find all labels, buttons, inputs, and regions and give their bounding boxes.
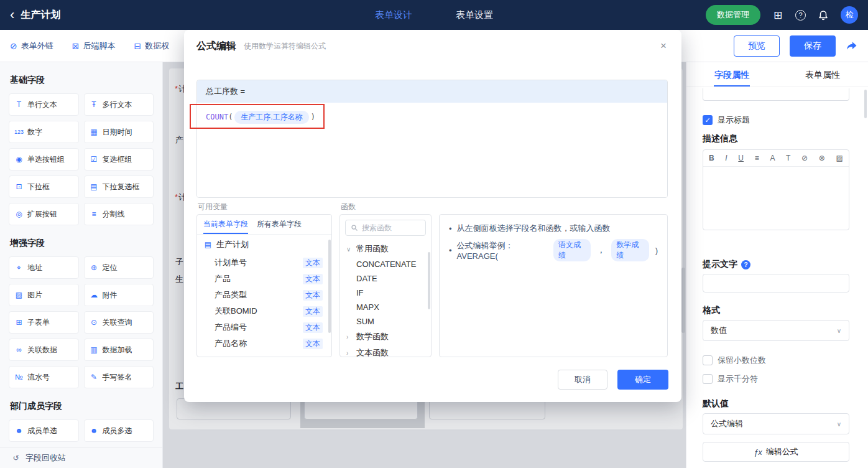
- functions-scrollbar[interactable]: [428, 252, 430, 309]
- function-group-text[interactable]: › 文本函数: [340, 345, 431, 357]
- underline-icon[interactable]: U: [738, 154, 744, 162]
- properties-tabs: 字段属性 表单属性: [686, 62, 868, 87]
- fx-icon: ƒx: [754, 447, 762, 457]
- canvas-scrollbar[interactable]: [681, 268, 685, 333]
- cancel-button[interactable]: 取消: [558, 370, 607, 390]
- italic-icon[interactable]: I: [725, 154, 727, 162]
- bold-icon[interactable]: B: [709, 154, 714, 162]
- variables-tabs: 当前表单字段 所有表单字段: [197, 215, 331, 235]
- tab-all-form-fields[interactable]: 所有表单字段: [257, 215, 302, 234]
- function-group-math[interactable]: › 数学函数: [340, 329, 431, 345]
- function-item[interactable]: DATE: [340, 271, 431, 286]
- formula-editor: 总工序数 = COUNT(生产工序.工序名称): [196, 80, 668, 198]
- description-editor[interactable]: B I U ≡ A T ⊘ ⊗ ▨: [703, 149, 849, 230]
- function-item[interactable]: SUM: [340, 314, 431, 329]
- field-item-attachment[interactable]: ☁附件: [84, 284, 154, 306]
- data-manage-button[interactable]: 数据管理: [706, 5, 760, 25]
- properties-scrollbar[interactable]: [864, 90, 867, 118]
- field-item-related-query[interactable]: ⊙关联查询: [84, 311, 154, 334]
- font-size-icon[interactable]: T: [786, 154, 790, 162]
- field-item-member-multi[interactable]: ☻成员多选: [84, 419, 154, 442]
- align-icon[interactable]: ≡: [755, 154, 759, 162]
- field-item-image[interactable]: ▨图片: [9, 284, 79, 306]
- richtext-toolbar: B I U ≡ A T ⊘ ⊗ ▨: [703, 150, 849, 167]
- field-item-extend-button[interactable]: ◎扩展按钮: [9, 203, 79, 225]
- field-item-radio-group[interactable]: ◉单选按钮组: [9, 148, 79, 171]
- help-icon[interactable]: ?: [795, 10, 806, 21]
- topbar: ‹ 生产计划 表单设计 表单设置 数据管理 ⊞ ? 检: [0, 0, 868, 30]
- external-link-icon: ⊘: [10, 41, 17, 51]
- checked-checkbox-icon[interactable]: ✓: [703, 115, 713, 125]
- variables-scrollbar[interactable]: [328, 240, 331, 333]
- field-item-checkbox-group[interactable]: ☑复选框组: [84, 148, 154, 171]
- decimal-places-option[interactable]: 保留小数位数: [703, 355, 849, 366]
- variable-row[interactable]: 产品文本: [197, 271, 331, 287]
- tab-form-properties[interactable]: 表单属性: [777, 62, 868, 87]
- unchecked-checkbox-icon[interactable]: [703, 355, 713, 365]
- save-button[interactable]: 保存: [790, 35, 836, 57]
- close-icon[interactable]: ×: [660, 40, 667, 52]
- field-item-multi-select[interactable]: ▤下拉复选框: [84, 176, 154, 198]
- bell-icon[interactable]: [817, 9, 829, 21]
- field-item-address[interactable]: ⌖地址: [9, 256, 79, 279]
- format-select[interactable]: 数值 ∨: [703, 320, 849, 341]
- tab-form-settings[interactable]: 表单设置: [456, 9, 493, 21]
- back-icon[interactable]: ‹: [10, 8, 14, 22]
- show-title-label: 显示标题: [718, 115, 750, 126]
- hint-text-input[interactable]: [703, 274, 849, 292]
- field-item-divider[interactable]: ≡分割线: [84, 203, 154, 225]
- help-tip-text: 从左侧面板选择字段名和函数，或输入函数: [457, 223, 611, 234]
- variable-row[interactable]: 产品名称文本: [197, 335, 331, 352]
- field-item-signature[interactable]: ✎手写签名: [84, 366, 154, 388]
- variable-row[interactable]: 关联BOMID文本: [197, 303, 331, 319]
- thousand-separator-option[interactable]: 显示千分符: [703, 373, 849, 385]
- apps-icon[interactable]: ⊞: [772, 9, 784, 21]
- preview-button[interactable]: 预览: [734, 35, 780, 57]
- field-item-number[interactable]: 123数字: [9, 121, 79, 143]
- variables-label: 可用变量: [198, 202, 228, 212]
- share-icon[interactable]: [846, 40, 858, 52]
- variable-row[interactable]: 计划单号文本: [197, 255, 331, 271]
- function-search-input[interactable]: 搜索函数: [345, 220, 426, 236]
- function-item[interactable]: IF: [340, 286, 431, 300]
- toolbar-item-data-permission[interactable]: ⊟ 数据权: [134, 40, 169, 52]
- formula-field-pill[interactable]: 生产工序.工序名称: [234, 111, 308, 124]
- field-item-serial-number[interactable]: №流水号: [9, 366, 79, 388]
- unchecked-checkbox-icon[interactable]: [703, 374, 713, 384]
- link-icon[interactable]: ⊘: [801, 154, 808, 162]
- toolbar-item-backend-script[interactable]: ⊠ 后端脚本: [72, 40, 116, 52]
- field-item-member-single[interactable]: ☻成员单选: [9, 419, 79, 442]
- unlink-icon[interactable]: ⊗: [819, 154, 825, 162]
- insert-image-icon[interactable]: ▨: [836, 154, 843, 162]
- variables-tree-root[interactable]: ▤ 生产计划: [197, 235, 331, 255]
- variable-row[interactable]: 产品编号文本: [197, 319, 331, 335]
- field-item-multi-text[interactable]: Ŧ多行文本: [84, 93, 154, 116]
- field-item-related-data[interactable]: ∞关联数据: [9, 339, 79, 361]
- tab-current-form-fields[interactable]: 当前表单字段: [203, 215, 248, 234]
- function-item[interactable]: MAPX: [340, 300, 431, 314]
- confirm-button[interactable]: 确定: [617, 370, 668, 390]
- edit-formula-button[interactable]: ƒx 编辑公式: [703, 442, 849, 462]
- function-group-common[interactable]: ∨ 常用函数: [340, 241, 431, 257]
- variable-row[interactable]: 产品类型文本: [197, 287, 331, 303]
- tab-form-design[interactable]: 表单设计: [375, 9, 412, 21]
- field-item-select[interactable]: ⊡下拉框: [9, 176, 79, 198]
- section-title-enhanced: 增强字段: [10, 238, 152, 249]
- field-item-datetime[interactable]: ▦日期时间: [84, 121, 154, 143]
- default-value-select[interactable]: 公式编辑 ∨: [703, 413, 849, 434]
- hint-help-icon[interactable]: ?: [741, 260, 750, 269]
- toolbar-item-external-link[interactable]: ⊘ 表单外链: [10, 40, 53, 52]
- field-item-subform[interactable]: ⊞子表单: [9, 311, 79, 334]
- avatar[interactable]: 检: [841, 6, 858, 24]
- field-item-single-text[interactable]: T单行文本: [9, 93, 79, 116]
- show-title-option[interactable]: ✓ 显示标题: [703, 115, 849, 126]
- title-input-partial[interactable]: [703, 88, 849, 101]
- font-color-icon[interactable]: A: [770, 154, 775, 162]
- description-label: 描述信息: [703, 133, 849, 144]
- formula-input-area[interactable]: COUNT(生产工序.工序名称): [197, 103, 667, 198]
- field-item-location[interactable]: ⊕定位: [84, 256, 154, 279]
- tab-field-properties[interactable]: 字段属性: [686, 62, 777, 87]
- function-item[interactable]: CONCATENATE: [340, 257, 431, 271]
- field-item-data-load[interactable]: ▥数据加载: [84, 339, 154, 361]
- field-recycle-bin[interactable]: ↺ 字段回收站: [0, 447, 162, 468]
